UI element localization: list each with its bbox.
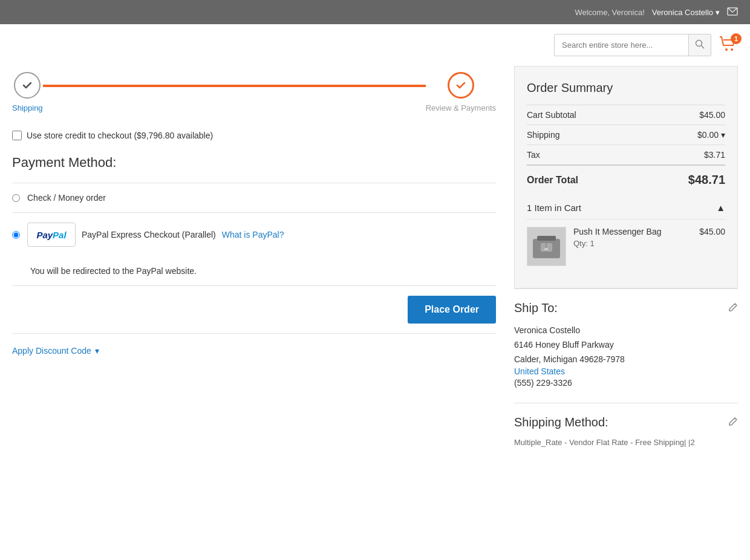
discount-chevron-icon: ▾ [95, 346, 99, 356]
payment-option-paypal: PayPal PayPal Express Checkout (Parallel… [12, 212, 496, 256]
svg-point-1 [696, 41, 702, 47]
place-order-button[interactable]: Place Order [408, 296, 496, 324]
shipping-method-section: Shipping Method: Multiple_Rate - Vendor … [514, 403, 738, 459]
shipping-method-title: Shipping Method: [514, 415, 608, 429]
svg-line-2 [702, 46, 705, 49]
order-total-label: Order Total [527, 175, 578, 186]
ship-to-country[interactable]: United States [514, 366, 565, 376]
tax-value: $3.71 [704, 150, 725, 160]
paypal-what-link[interactable]: What is PayPal? [222, 230, 284, 239]
cart-subtotal-row: Cart Subtotal $45.00 [527, 105, 725, 125]
payment-option-check: Check / Money order [12, 183, 496, 212]
payment-method-title: Payment Method: [12, 155, 496, 171]
paypal-logo: PayPal [27, 223, 76, 247]
shipping-value: $0.00 [697, 130, 719, 140]
items-in-cart-toggle[interactable]: 1 Item in Cart ▲ [527, 194, 725, 219]
order-summary-box: Order Summary Cart Subtotal $45.00 Shipp… [514, 66, 738, 288]
shipping-method-edit-icon[interactable] [728, 417, 738, 428]
cart-item-row: Push It Messenger Bag Qty: 1 $45.00 [527, 219, 725, 273]
shipping-label: Shipping [527, 130, 560, 140]
paypal-label: PayPal Express Checkout (Parallel) [82, 230, 216, 239]
store-credit-checkbox[interactable] [12, 131, 22, 140]
main-layout: Shipping Review & Payments Use store cre… [0, 66, 750, 483]
cart-subtotal-label: Cart Subtotal [527, 110, 576, 120]
store-credit-label[interactable]: Use store credit to checkout ($9,796.80 … [27, 131, 213, 140]
user-chevron-icon: ▾ [716, 8, 720, 17]
welcome-text: Welcome, Veronica! [575, 8, 644, 17]
step-shipping-circle [14, 72, 41, 99]
order-total-value: $48.71 [688, 173, 725, 187]
svg-rect-9 [544, 248, 548, 250]
svg-rect-6 [537, 236, 556, 241]
tax-row: Tax $3.71 [527, 145, 725, 164]
store-credit-row: Use store credit to checkout ($9,796.80 … [12, 131, 496, 140]
ship-to-header: Ship To: [514, 301, 738, 315]
step-review-payments: Review & Payments [426, 72, 496, 112]
ship-to-section: Ship To: Veronica Costello 6146 Honey Bl… [514, 288, 738, 403]
progress-steps: Shipping Review & Payments [12, 66, 496, 131]
items-in-cart-label: 1 Item in Cart [527, 203, 581, 213]
shipping-method-header: Shipping Method: [514, 415, 738, 429]
discount-label: Apply Discount Code [12, 346, 91, 356]
shipping-row: Shipping $0.00 ▾ [527, 125, 725, 145]
order-summary-title: Order Summary [527, 81, 725, 95]
discount-section: Apply Discount Code ▾ [12, 333, 496, 368]
tax-label: Tax [527, 150, 540, 160]
cart-item-price: $45.00 [699, 227, 725, 266]
messenger-bag-img [530, 230, 563, 263]
top-bar: Welcome, Veronica! Veronica Costello ▾ [0, 0, 750, 24]
step-shipping-label: Shipping [12, 103, 43, 112]
search-box [554, 34, 711, 56]
left-content: Shipping Review & Payments Use store cre… [12, 66, 496, 459]
step-review-circle [448, 72, 474, 99]
apply-discount-button[interactable]: Apply Discount Code ▾ [12, 346, 99, 356]
check-icon [21, 79, 33, 91]
cart-toggle-chevron-icon: ▲ [716, 203, 725, 213]
ship-to-city-state: Calder, Michigan 49628-7978 [514, 353, 738, 367]
shipping-method-value: Multiple_Rate - Vendor Flat Rate - Free … [514, 438, 738, 447]
step-shipping: Shipping [12, 72, 43, 112]
cart-subtotal-value: $45.00 [699, 110, 725, 120]
search-input[interactable] [555, 36, 688, 54]
cart-item-details: Push It Messenger Bag Qty: 1 [573, 227, 692, 266]
user-name: Veronica Costello [652, 8, 713, 17]
ship-to-name: Veronica Costello [514, 324, 738, 338]
svg-point-3 [725, 48, 728, 51]
cart-item-name: Push It Messenger Bag [573, 227, 692, 236]
check-icon-2 [455, 79, 467, 91]
search-button[interactable] [688, 34, 711, 56]
shipping-chevron-icon: ▾ [721, 130, 725, 140]
place-order-row: Place Order [12, 285, 496, 333]
header-search-area: 1 [0, 24, 750, 66]
ship-to-edit-icon[interactable] [728, 302, 738, 314]
order-total-row: Order Total $48.71 [527, 164, 725, 194]
svg-point-4 [731, 48, 733, 51]
shipping-value-group[interactable]: $0.00 ▾ [697, 130, 725, 140]
payment-method-section: Payment Method: Check / Money order PayP… [12, 155, 496, 333]
right-sidebar: Order Summary Cart Subtotal $45.00 Shipp… [514, 66, 738, 459]
check-money-label[interactable]: Check / Money order [27, 193, 106, 203]
cart-badge: 1 [731, 33, 742, 44]
paypal-radio[interactable] [12, 231, 20, 239]
paypal-box: PayPal PayPal Express Checkout (Parallel… [27, 223, 284, 247]
cart-item-qty: Qty: 1 [573, 239, 692, 248]
user-menu[interactable]: Veronica Costello ▾ [652, 8, 720, 17]
cart-item-image [527, 227, 566, 266]
mail-icon[interactable] [727, 7, 738, 18]
ship-to-street: 6146 Honey Bluff Parkway [514, 338, 738, 353]
check-money-radio[interactable] [12, 194, 20, 202]
step-review-label: Review & Payments [426, 103, 496, 112]
step-line-1 [43, 85, 426, 87]
search-icon [695, 39, 705, 49]
paypal-redirect-notice: You will be redirected to the PayPal web… [12, 256, 496, 285]
ship-to-title: Ship To: [514, 301, 558, 315]
ship-to-phone: (555) 229-3326 [514, 376, 738, 391]
cart-icon[interactable]: 1 [719, 36, 738, 54]
